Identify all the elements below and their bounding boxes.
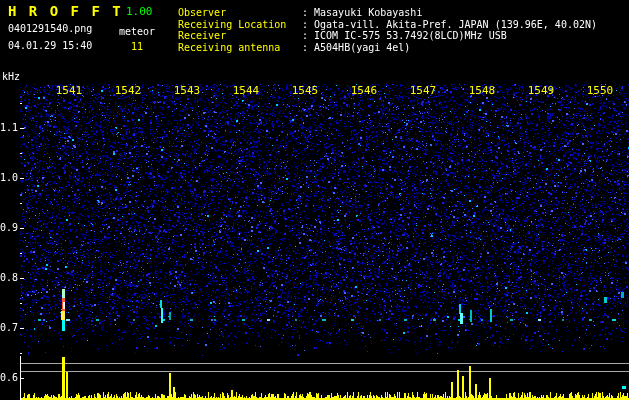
station-info-value: : Ogata-vill. Akita-Pref. JAPAN (139.96E…: [302, 19, 597, 31]
spectrogram-canvas: [0, 0, 629, 400]
station-info-value: : ICOM IC-575 53.7492(8LCD)MHz USB: [302, 30, 507, 42]
frequency-unit-label: kHz: [2, 71, 20, 82]
time-tick-label: 1544: [233, 84, 260, 97]
station-info-label: Receiving antenna: [178, 42, 302, 54]
time-tick-label: 1549: [528, 84, 555, 97]
app-version: 1.00: [126, 5, 153, 18]
mode-label: meteor: [119, 26, 155, 37]
meteor-count: 11: [131, 41, 143, 52]
station-info-row: Receiving Location: Ogata-vill. Akita-Pr…: [178, 19, 597, 31]
station-info-value: : A504HB(yagi 4el): [302, 42, 410, 54]
station-info: Observer: Masayuki KobayashiReceiving Lo…: [178, 7, 597, 53]
hrofft-window: H R O F F T 1.00 0401291540.png meteor 0…: [0, 0, 629, 400]
time-tick-label: 1545: [292, 84, 319, 97]
frequency-tick-label: 0.6: [0, 372, 17, 383]
frequency-tick-label: 1.0: [0, 172, 17, 183]
time-tick-label: 1542: [115, 84, 142, 97]
time-tick-label: 1541: [56, 84, 83, 97]
frequency-tick-label: 1.1: [0, 122, 17, 133]
time-tick-label: 1546: [351, 84, 378, 97]
station-info-value: : Masayuki Kobayashi: [302, 7, 422, 19]
frequency-tick-label: 0.7: [0, 322, 17, 333]
datetime-label: 04.01.29 15:40: [8, 40, 92, 51]
output-filename: 0401291540.png: [8, 23, 92, 34]
station-info-label: Receiver: [178, 30, 302, 42]
station-info-row: Receiver: ICOM IC-575 53.7492(8LCD)MHz U…: [178, 30, 597, 42]
station-info-row: Observer: Masayuki Kobayashi: [178, 7, 597, 19]
frequency-tick-label: 0.9: [0, 222, 17, 233]
app-title: H R O F F T: [8, 3, 123, 19]
frequency-tick-label: 0.8: [0, 272, 17, 283]
time-tick-label: 1548: [469, 84, 496, 97]
time-tick-label: 1547: [410, 84, 437, 97]
station-info-row: Receiving antenna: A504HB(yagi 4el): [178, 42, 597, 54]
station-info-label: Receiving Location: [178, 19, 302, 31]
time-tick-label: 1550: [587, 84, 614, 97]
time-tick-label: 1543: [174, 84, 201, 97]
station-info-label: Observer: [178, 7, 302, 19]
